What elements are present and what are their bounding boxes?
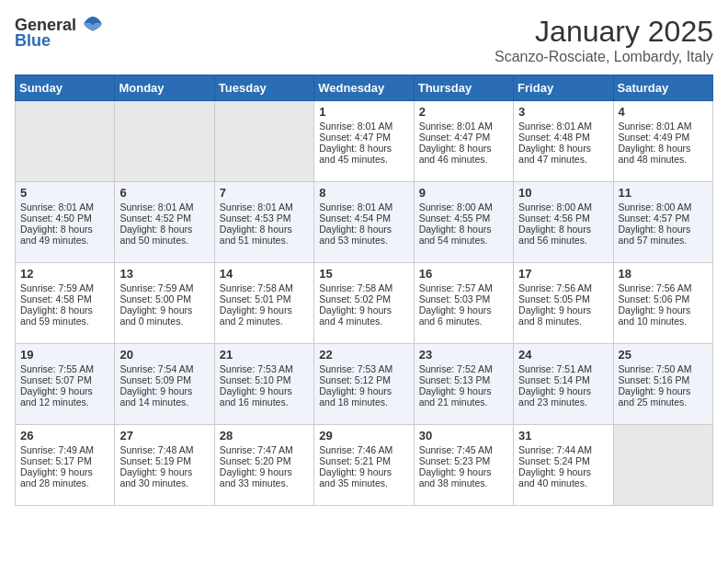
day-number: 17 [518, 267, 608, 281]
day-number: 6 [119, 186, 209, 200]
sunrise-text: Sunrise: 7:53 AM [319, 363, 408, 374]
calendar-cell: 8Sunrise: 8:01 AMSunset: 4:54 PMDaylight… [314, 182, 414, 263]
header: General Blue January 2025 Scanzo-Rosciat… [15, 15, 713, 65]
calendar-cell: 10Sunrise: 8:00 AMSunset: 4:56 PMDayligh… [514, 182, 613, 263]
calendar-cell: 28Sunrise: 7:47 AMSunset: 5:20 PMDayligh… [214, 425, 313, 506]
daylight-text: Daylight: 9 hours and 10 minutes. [619, 304, 708, 327]
day-number: 23 [419, 348, 508, 362]
calendar-cell: 16Sunrise: 7:57 AMSunset: 5:03 PMDayligh… [414, 263, 513, 344]
day-number: 22 [319, 348, 408, 362]
calendar-cell: 26Sunrise: 7:49 AMSunset: 5:17 PMDayligh… [16, 425, 115, 506]
day-number: 5 [20, 186, 109, 200]
weekday-header-monday: Monday [115, 75, 214, 101]
sunset-text: Sunset: 4:57 PM [619, 213, 708, 224]
day-number: 15 [319, 267, 408, 281]
sunrise-text: Sunrise: 8:01 AM [619, 121, 708, 132]
logo-bird-icon [80, 15, 106, 35]
calendar-cell: 18Sunrise: 7:56 AMSunset: 5:06 PMDayligh… [613, 263, 712, 344]
daylight-text: Daylight: 8 hours and 47 minutes. [518, 143, 608, 165]
sunset-text: Sunset: 5:21 PM [319, 455, 408, 466]
day-number: 13 [119, 267, 209, 281]
calendar-table: SundayMondayTuesdayWednesdayThursdayFrid… [15, 75, 713, 506]
sunrise-text: Sunrise: 7:56 AM [619, 282, 708, 293]
month-title: January 2025 [495, 15, 713, 49]
calendar-cell: 3Sunrise: 8:01 AMSunset: 4:48 PMDaylight… [514, 101, 613, 182]
calendar-cell: 9Sunrise: 8:00 AMSunset: 4:55 PMDaylight… [414, 182, 513, 263]
sunset-text: Sunset: 4:47 PM [419, 132, 508, 143]
day-number: 4 [619, 105, 708, 119]
sunset-text: Sunset: 4:56 PM [518, 213, 608, 224]
day-number: 29 [319, 429, 408, 442]
calendar-cell: 6Sunrise: 8:01 AMSunset: 4:52 PMDaylight… [115, 182, 214, 263]
sunset-text: Sunset: 5:17 PM [20, 455, 109, 466]
daylight-text: Daylight: 9 hours and 8 minutes. [518, 304, 608, 327]
day-number: 24 [518, 348, 608, 362]
weekday-header-saturday: Saturday [613, 75, 712, 101]
calendar-cell: 12Sunrise: 7:59 AMSunset: 4:58 PMDayligh… [16, 263, 115, 344]
sunset-text: Sunset: 5:09 PM [119, 374, 209, 385]
day-number: 7 [220, 186, 309, 200]
sunset-text: Sunset: 4:47 PM [319, 132, 408, 143]
daylight-text: Daylight: 8 hours and 51 minutes. [220, 224, 309, 246]
day-number: 20 [119, 348, 209, 362]
daylight-text: Daylight: 9 hours and 23 minutes. [518, 385, 608, 408]
sunset-text: Sunset: 5:23 PM [419, 455, 508, 466]
sunrise-text: Sunrise: 7:57 AM [419, 282, 508, 293]
sunset-text: Sunset: 5:02 PM [319, 293, 408, 304]
calendar-cell: 19Sunrise: 7:55 AMSunset: 5:07 PMDayligh… [16, 344, 115, 425]
sunset-text: Sunset: 5:13 PM [419, 374, 508, 385]
sunrise-text: Sunrise: 7:59 AM [119, 282, 209, 293]
daylight-text: Daylight: 9 hours and 25 minutes. [619, 385, 708, 408]
sunset-text: Sunset: 5:19 PM [119, 455, 209, 466]
calendar-cell: 15Sunrise: 7:58 AMSunset: 5:02 PMDayligh… [314, 263, 414, 344]
day-number: 18 [619, 267, 708, 281]
week-row-2: 5Sunrise: 8:01 AMSunset: 4:50 PMDaylight… [16, 182, 713, 263]
sunrise-text: Sunrise: 7:56 AM [518, 282, 608, 293]
calendar-cell: 20Sunrise: 7:54 AMSunset: 5:09 PMDayligh… [115, 344, 214, 425]
calendar-cell: 25Sunrise: 7:50 AMSunset: 5:16 PMDayligh… [613, 344, 712, 425]
sunset-text: Sunset: 4:50 PM [20, 213, 109, 224]
day-number: 25 [619, 348, 708, 362]
sunset-text: Sunset: 4:53 PM [220, 213, 309, 224]
weekday-header-thursday: Thursday [414, 75, 513, 101]
sunset-text: Sunset: 4:49 PM [619, 132, 708, 143]
weekday-header-friday: Friday [514, 75, 613, 101]
daylight-text: Daylight: 8 hours and 53 minutes. [319, 224, 408, 246]
daylight-text: Daylight: 9 hours and 6 minutes. [419, 304, 508, 327]
calendar-cell [214, 101, 313, 182]
daylight-text: Daylight: 8 hours and 59 minutes. [20, 304, 109, 327]
sunrise-text: Sunrise: 7:59 AM [20, 282, 109, 293]
day-number: 26 [20, 429, 109, 442]
sunrise-text: Sunrise: 7:58 AM [319, 282, 408, 293]
day-number: 9 [419, 186, 508, 200]
day-number: 10 [518, 186, 608, 200]
day-number: 2 [419, 105, 508, 119]
sunrise-text: Sunrise: 8:01 AM [220, 201, 309, 213]
logo: General Blue [15, 15, 106, 51]
sunset-text: Sunset: 5:05 PM [518, 293, 608, 304]
sunrise-text: Sunrise: 7:46 AM [319, 444, 408, 455]
calendar-cell: 4Sunrise: 8:01 AMSunset: 4:49 PMDaylight… [613, 101, 712, 182]
calendar-cell: 13Sunrise: 7:59 AMSunset: 5:00 PMDayligh… [115, 263, 214, 344]
week-row-5: 26Sunrise: 7:49 AMSunset: 5:17 PMDayligh… [16, 425, 713, 506]
daylight-text: Daylight: 9 hours and 4 minutes. [319, 304, 408, 327]
daylight-text: Daylight: 9 hours and 16 minutes. [220, 385, 309, 408]
daylight-text: Daylight: 9 hours and 40 minutes. [518, 466, 608, 488]
day-number: 8 [319, 186, 408, 200]
sunrise-text: Sunrise: 7:54 AM [119, 363, 209, 374]
daylight-text: Daylight: 9 hours and 35 minutes. [319, 466, 408, 488]
sunrise-text: Sunrise: 7:55 AM [20, 363, 109, 374]
sunset-text: Sunset: 4:55 PM [419, 213, 508, 224]
calendar-cell: 1Sunrise: 8:01 AMSunset: 4:47 PMDaylight… [314, 101, 414, 182]
daylight-text: Daylight: 9 hours and 18 minutes. [319, 385, 408, 408]
day-number: 16 [419, 267, 508, 281]
day-number: 30 [419, 429, 508, 442]
logo-blue-text: Blue [15, 31, 51, 51]
calendar-cell: 31Sunrise: 7:44 AMSunset: 5:24 PMDayligh… [514, 425, 613, 506]
weekday-header-tuesday: Tuesday [214, 75, 313, 101]
header-row: SundayMondayTuesdayWednesdayThursdayFrid… [16, 75, 713, 101]
sunrise-text: Sunrise: 8:01 AM [518, 121, 608, 132]
sunset-text: Sunset: 4:52 PM [119, 213, 209, 224]
daylight-text: Daylight: 8 hours and 45 minutes. [319, 143, 408, 165]
calendar-cell: 21Sunrise: 7:53 AMSunset: 5:10 PMDayligh… [214, 344, 313, 425]
